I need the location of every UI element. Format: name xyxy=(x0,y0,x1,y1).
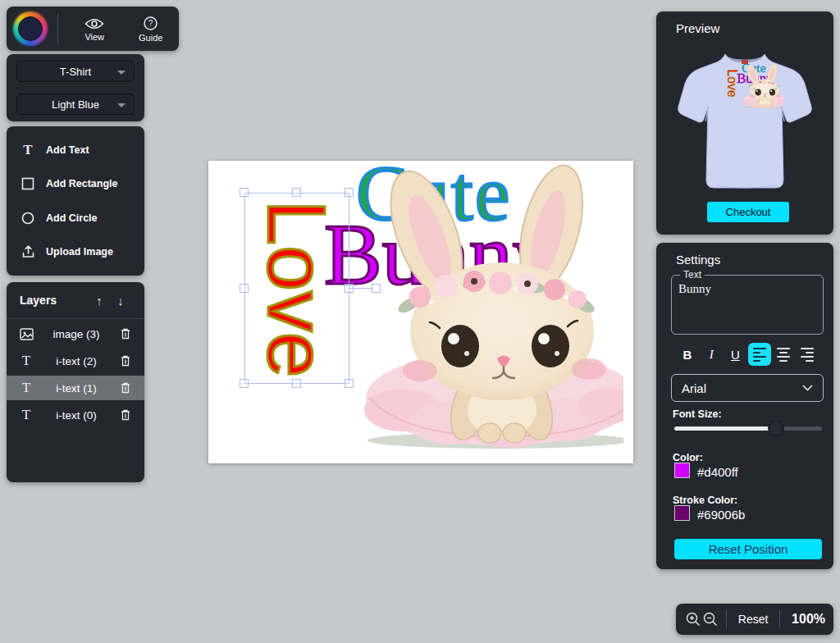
guide-label: Guide xyxy=(139,33,162,43)
svg-text:?: ? xyxy=(148,19,153,28)
text-input[interactable]: Bunny xyxy=(678,282,816,326)
layer-label: image (3) xyxy=(34,328,118,340)
settings-title: Settings xyxy=(676,253,720,267)
product-type-value: T-Shirt xyxy=(60,66,91,78)
settings-panel: Settings Text Bunny B I U Arial Font Siz… xyxy=(656,243,833,569)
zoom-out-button[interactable] xyxy=(702,612,720,627)
selection-handle-top-left[interactable] xyxy=(240,188,249,197)
preview-title: Preview xyxy=(676,21,719,35)
add-rectangle-label: Add Rectangle xyxy=(46,178,118,189)
delete-layer-button[interactable] xyxy=(118,355,133,367)
design-canvas[interactable]: Cute Bunny Love xyxy=(208,161,633,463)
product-type-select[interactable]: T-Shirt xyxy=(16,61,135,82)
layer-label: i-text (0) xyxy=(34,409,118,422)
color-hex-value: #d400ff xyxy=(697,465,738,479)
italic-button[interactable]: I xyxy=(700,343,723,366)
bold-button[interactable]: B xyxy=(676,343,699,366)
view-button[interactable]: View xyxy=(66,16,123,42)
circle-icon xyxy=(20,212,36,225)
upload-image-label: Upload Image xyxy=(46,246,113,258)
checkout-button[interactable]: Checkout xyxy=(707,202,789,222)
trash-icon xyxy=(121,328,130,340)
shirt-design-print: Cute Bunny Love xyxy=(719,63,786,111)
product-color-select[interactable]: Light Blue xyxy=(16,93,135,115)
reset-position-button[interactable]: Reset Position xyxy=(674,539,822,559)
stroke-color-label: Stroke Color: xyxy=(673,495,737,506)
add-text-button[interactable]: T Add Text xyxy=(20,138,131,162)
text-layer-icon: T xyxy=(18,407,34,423)
selection-rotation-handle[interactable] xyxy=(372,284,381,293)
font-family-select[interactable]: Arial xyxy=(671,374,824,402)
chevron-down-icon xyxy=(117,103,126,107)
chevron-down-icon xyxy=(117,71,126,75)
delete-layer-button[interactable] xyxy=(118,328,133,340)
font-size-slider[interactable] xyxy=(674,426,822,431)
delete-layer-button[interactable] xyxy=(118,409,133,421)
layer-label: i-text (1) xyxy=(34,382,118,394)
zoom-in-button[interactable] xyxy=(684,612,702,627)
align-center-button[interactable] xyxy=(772,343,795,366)
zoom-in-icon xyxy=(686,612,701,627)
stroke-color-swatch[interactable] xyxy=(674,505,690,521)
product-color-value: Light Blue xyxy=(52,98,99,111)
toolbar-divider xyxy=(57,14,58,43)
underline-button[interactable]: U xyxy=(724,343,746,366)
layer-row-itext-0[interactable]: T i-text (0) xyxy=(7,403,144,427)
layer-row-image-3[interactable]: image (3) xyxy=(7,322,144,346)
layers-panel: Layers ↑ ↓ image (3) T i-text (2) T i-te… xyxy=(7,282,144,482)
rectangle-icon xyxy=(20,177,36,190)
font-size-label: Font Size: xyxy=(673,408,722,420)
view-label: View xyxy=(84,32,104,42)
font-family-value: Arial xyxy=(682,381,706,395)
align-right-button[interactable] xyxy=(796,343,819,366)
chevron-down-icon xyxy=(802,385,813,391)
product-panel: T-Shirt Light Blue xyxy=(7,54,144,121)
selection-handle-middle-left[interactable] xyxy=(240,284,249,293)
selection-handle-top-right[interactable] xyxy=(345,188,354,197)
layer-move-down-button[interactable]: ↓ xyxy=(110,294,131,308)
text-layer-icon: T xyxy=(18,380,34,396)
format-toolbar: B I U xyxy=(671,341,824,367)
add-rectangle-button[interactable]: Add Rectangle xyxy=(20,171,131,196)
align-center-icon xyxy=(777,348,790,362)
zoom-reset-button[interactable]: Reset xyxy=(733,613,774,626)
upload-icon xyxy=(20,245,36,258)
image-layer-icon xyxy=(18,328,34,340)
trash-icon xyxy=(121,382,130,394)
selection-box[interactable] xyxy=(244,193,349,384)
top-toolbar: View ? Guide xyxy=(7,7,179,51)
selection-handle-bottom-left[interactable] xyxy=(240,379,249,388)
selection-handle-bottom-middle[interactable] xyxy=(292,379,301,388)
text-fieldset: Text Bunny xyxy=(671,269,824,335)
layer-row-itext-1-selected[interactable]: T i-text (1) xyxy=(7,376,144,400)
stroke-color-hex-value: #69006b xyxy=(697,508,745,522)
rotation-handle-line xyxy=(349,288,372,289)
guide-button[interactable]: ? Guide xyxy=(123,15,180,43)
align-right-icon xyxy=(801,348,814,362)
text-field-label: Text xyxy=(680,269,705,280)
add-circle-button[interactable]: Add Circle xyxy=(20,206,131,230)
selection-handle-bottom-right[interactable] xyxy=(345,379,354,388)
toolbar-divider xyxy=(726,610,727,628)
selection-handle-top-middle[interactable] xyxy=(292,188,301,197)
add-circle-label: Add Circle xyxy=(46,212,98,224)
upload-image-button[interactable]: Upload Image xyxy=(20,239,131,264)
zoom-toolbar: Reset 100% xyxy=(676,604,833,635)
add-text-label: Add Text xyxy=(46,144,89,156)
align-left-icon xyxy=(753,348,766,362)
preview-bunny-image xyxy=(730,64,784,109)
logo-core xyxy=(18,16,43,41)
zoom-level-value: 100% xyxy=(787,612,825,627)
preview-panel: Preview Cute Bunny Love Checkout xyxy=(656,11,833,235)
font-size-slider-thumb[interactable] xyxy=(768,420,784,436)
delete-layer-button[interactable] xyxy=(118,382,133,394)
align-left-button[interactable] xyxy=(748,343,771,366)
zoom-out-icon xyxy=(703,612,718,627)
text-layer-icon: T xyxy=(18,353,34,369)
layer-label: i-text (2) xyxy=(34,355,118,367)
layer-row-itext-2[interactable]: T i-text (2) xyxy=(7,349,144,373)
color-swatch[interactable] xyxy=(674,463,690,478)
tshirt-preview-image: Cute Bunny Love xyxy=(676,48,814,202)
layer-move-up-button[interactable]: ↑ xyxy=(89,294,110,308)
question-icon: ? xyxy=(144,16,158,30)
